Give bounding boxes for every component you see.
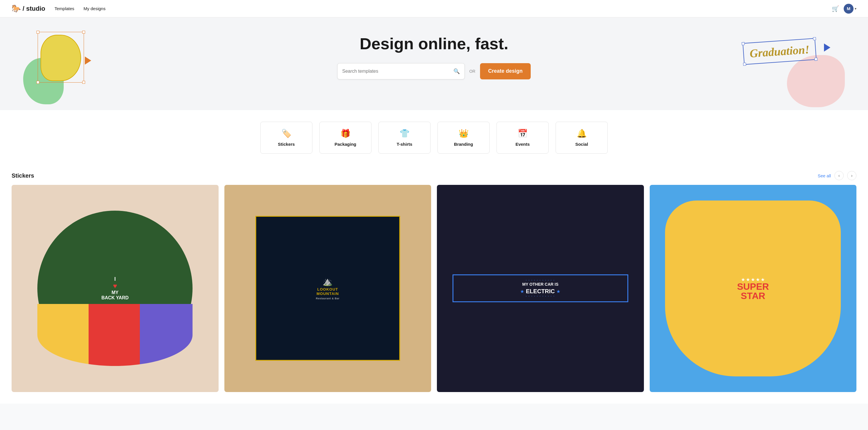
category-packaging[interactable]: 🎁 Packaging	[319, 122, 371, 153]
grad-corner-bl	[743, 63, 746, 66]
hero-search-row: 🔍 OR Create design	[11, 63, 857, 79]
social-label: Social	[575, 142, 588, 147]
nav-mydesigns-link[interactable]: My designs	[84, 6, 106, 11]
superstar-inner-box: ★ ★ ★ ★ ★ SUPERSTAR	[665, 201, 841, 376]
search-box: 🔍	[337, 63, 465, 79]
cart-icon[interactable]: 🛒	[832, 5, 839, 12]
heart-icon: ♥	[113, 282, 117, 290]
stickers-section: Stickers See all ‹ › I ♥ MY BACK YARD	[0, 165, 868, 404]
backyard-my-text: MY	[112, 290, 118, 295]
see-all-link[interactable]: See all	[817, 173, 831, 178]
events-label: Events	[515, 142, 530, 147]
stickers-label: Stickers	[278, 142, 295, 147]
graduation-text: Graduation!	[749, 43, 810, 60]
backyard-i-text: I	[114, 276, 116, 282]
logo-horse-icon: 🐎	[11, 4, 21, 13]
logo-text: / studio	[23, 5, 45, 12]
hero-section: Design online, fast. 🔍 OR Create design …	[0, 18, 868, 110]
backyard-text: BACK YARD	[101, 295, 129, 300]
yellow-sticker-deco	[40, 35, 81, 81]
grad-corner-tr	[813, 37, 816, 40]
mountain-icon: ⛰️	[322, 277, 333, 286]
sticker-card-backyard[interactable]: I ♥ MY BACK YARD	[11, 185, 219, 392]
corner-bl	[36, 81, 39, 84]
main-nav: 🐎 / studio Templates My designs 🛒 M ▾	[0, 0, 868, 18]
logo[interactable]: 🐎 / studio	[11, 4, 45, 13]
stickers-section-title: Stickers	[11, 172, 34, 179]
stickers-section-header: Stickers See all ‹ ›	[11, 165, 857, 185]
hero-deco-left	[23, 29, 93, 104]
superstar-title: SUPERSTAR	[737, 282, 769, 300]
sticker-card-lookout-inner: ⛰️ LOOKOUTMOUNTAIN Restaurant & Bar	[224, 185, 431, 392]
sticker-card-lookout[interactable]: ⛰️ LOOKOUTMOUNTAIN Restaurant & Bar	[224, 185, 431, 392]
category-events[interactable]: 📅 Events	[497, 122, 549, 153]
stickers-section-controls: See all ‹ ›	[817, 171, 857, 180]
events-icon: 📅	[518, 128, 528, 138]
grad-corner-tl	[742, 42, 745, 45]
nav-right: 🛒 M ▾	[832, 4, 857, 13]
electric-dots-bottom: · · · · · · · · · · ·	[458, 295, 623, 298]
sticker-card-superstar-inner: ★ ★ ★ ★ ★ SUPERSTAR	[650, 185, 857, 392]
lookout-title: LOOKOUTMOUNTAIN	[316, 287, 339, 296]
user-menu[interactable]: M ▾	[844, 4, 857, 13]
search-icon: 🔍	[454, 68, 460, 75]
sticker-card-superstar[interactable]: ★ ★ ★ ★ ★ SUPERSTAR	[650, 185, 857, 392]
grad-corner-br	[814, 58, 817, 61]
prev-arrow-button[interactable]: ‹	[834, 171, 844, 180]
nav-left: 🐎 / studio Templates My designs	[11, 4, 105, 13]
tshirts-label: T-shirts	[397, 142, 412, 147]
orange-arrow-icon	[85, 57, 91, 65]
chevron-down-icon: ▾	[855, 7, 857, 11]
stickers-icon: 🏷️	[281, 128, 291, 138]
branding-label: Branding	[454, 142, 473, 147]
hero-headline: Design online, fast.	[11, 35, 857, 53]
packaging-icon: 🎁	[340, 128, 351, 138]
blue-arrow-icon	[824, 44, 830, 52]
sticker-card-electric-inner: · · · · · · · · · · · MY OTHER CAR IS ★ …	[437, 185, 644, 392]
electric-inner-box: · · · · · · · · · · · MY OTHER CAR IS ★ …	[453, 275, 628, 302]
sticker-grid: I ♥ MY BACK YARD ⛰️ LOOKOUTMOUNTAIN Rest…	[11, 185, 857, 392]
categories-section: 🏷️ Stickers 🎁 Packaging 👕 T-shirts 👑 Bra…	[0, 110, 868, 165]
avatar: M	[844, 4, 854, 13]
corner-tr	[82, 31, 85, 34]
corner-br	[82, 81, 85, 84]
backyard-color-bar	[37, 304, 192, 366]
tshirts-icon: 👕	[400, 128, 410, 138]
social-icon: 🔔	[577, 128, 587, 138]
create-design-button[interactable]: Create design	[480, 63, 531, 79]
branding-icon: 👑	[459, 128, 469, 138]
electric-dots-top: · · · · · · · · · · ·	[458, 279, 623, 282]
next-arrow-button[interactable]: ›	[847, 171, 857, 180]
category-tshirts[interactable]: 👕 T-shirts	[378, 122, 431, 153]
pink-blob	[787, 55, 845, 107]
lookout-subtitle: Restaurant & Bar	[316, 297, 340, 300]
category-social[interactable]: 🔔 Social	[556, 122, 608, 153]
or-text: OR	[469, 69, 475, 74]
electric-star-right: ★	[556, 289, 560, 294]
packaging-label: Packaging	[334, 142, 356, 147]
sticker-card-electric[interactable]: · · · · · · · · · · · MY OTHER CAR IS ★ …	[437, 185, 644, 392]
category-stickers[interactable]: 🏷️ Stickers	[260, 122, 312, 153]
hero-deco-right: Graduation!	[752, 26, 845, 107]
search-input[interactable]	[342, 69, 454, 74]
corner-tl	[36, 31, 39, 34]
sticker-card-backyard-inner: I ♥ MY BACK YARD	[11, 185, 219, 392]
category-branding[interactable]: 👑 Branding	[437, 122, 490, 153]
backyard-circle: I ♥ MY BACK YARD	[37, 211, 192, 366]
electric-text2: ELECTRIC	[526, 288, 555, 295]
electric-text1: MY OTHER CAR IS	[458, 282, 623, 287]
nav-templates-link[interactable]: Templates	[55, 6, 74, 11]
lookout-inner-box: ⛰️ LOOKOUTMOUNTAIN Restaurant & Bar	[255, 216, 400, 361]
electric-star-left: ★	[520, 289, 524, 294]
